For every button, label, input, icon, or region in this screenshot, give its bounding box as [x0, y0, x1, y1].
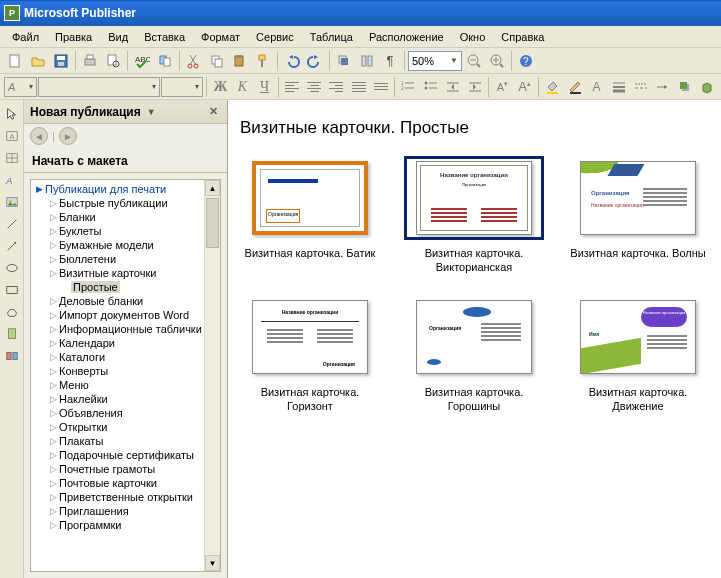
- fill-color-icon[interactable]: [542, 76, 563, 98]
- tree-item[interactable]: ▷Программки: [31, 518, 220, 532]
- arrow-tool-icon[interactable]: [2, 236, 22, 256]
- template-horizon[interactable]: Название организации Организация Визитна…: [240, 295, 380, 414]
- tree-item[interactable]: ▷Импорт документов Word: [31, 308, 220, 322]
- template-waves[interactable]: Организация Название организации Визитна…: [568, 156, 708, 275]
- decrease-font-icon[interactable]: A▾: [492, 76, 513, 98]
- tree-item[interactable]: ▷Календари: [31, 336, 220, 350]
- copy-icon[interactable]: [206, 50, 228, 72]
- redo-icon[interactable]: [304, 50, 326, 72]
- tree-item[interactable]: ▷Бюллетени: [31, 252, 220, 266]
- menu-edit[interactable]: Правка: [47, 29, 100, 45]
- picture-frame-tool-icon[interactable]: [2, 192, 22, 212]
- line-color-icon[interactable]: [564, 76, 585, 98]
- pointer-tool-icon[interactable]: [2, 104, 22, 124]
- tree-item[interactable]: ▷Почтовые карточки: [31, 476, 220, 490]
- tree-item[interactable]: ▷Подарочные сертификаты: [31, 448, 220, 462]
- distribute-icon[interactable]: [370, 76, 391, 98]
- tree-scrollbar[interactable]: ▲ ▼: [204, 180, 220, 571]
- template-batik[interactable]: Организация Визитная карточка. Батик: [240, 156, 380, 275]
- align-justify-icon[interactable]: [348, 76, 369, 98]
- cut-icon[interactable]: [183, 50, 205, 72]
- bring-front-icon[interactable]: [333, 50, 355, 72]
- insert-table-tool-icon[interactable]: [2, 148, 22, 168]
- line-tool-icon[interactable]: [2, 214, 22, 234]
- tree-item[interactable]: ▷Плакаты: [31, 434, 220, 448]
- print-preview-icon[interactable]: [102, 50, 124, 72]
- wordart-tool-icon[interactable]: A: [2, 170, 22, 190]
- scroll-thumb[interactable]: [206, 198, 219, 248]
- menu-arrange[interactable]: Расположение: [361, 29, 452, 45]
- menu-table[interactable]: Таблица: [302, 29, 361, 45]
- menu-window[interactable]: Окно: [452, 29, 494, 45]
- menu-insert[interactable]: Вставка: [136, 29, 193, 45]
- menu-help[interactable]: Справка: [493, 29, 552, 45]
- tree-item[interactable]: ▷Каталоги: [31, 350, 220, 364]
- print-icon[interactable]: [79, 50, 101, 72]
- numbering-icon[interactable]: 12: [398, 76, 419, 98]
- template-peas[interactable]: Организация Визитная карточка. Горошины: [404, 295, 544, 414]
- text-box-tool-icon[interactable]: A: [2, 126, 22, 146]
- task-pane-close-icon[interactable]: ✕: [206, 105, 221, 118]
- menu-tools[interactable]: Сервис: [248, 29, 302, 45]
- spell-icon[interactable]: ABC: [131, 50, 153, 72]
- tree-item[interactable]: ▷Бумажные модели: [31, 238, 220, 252]
- open-icon[interactable]: [27, 50, 49, 72]
- tree-item[interactable]: ▷Открытки: [31, 420, 220, 434]
- 3d-icon[interactable]: [696, 76, 717, 98]
- new-icon[interactable]: [4, 50, 26, 72]
- scroll-down-icon[interactable]: ▼: [205, 555, 220, 571]
- oval-tool-icon[interactable]: [2, 258, 22, 278]
- tree-item[interactable]: ▷Конверты: [31, 364, 220, 378]
- bold-icon[interactable]: Ж: [210, 76, 231, 98]
- tree-item[interactable]: ▷Приглашения: [31, 504, 220, 518]
- increase-indent-icon[interactable]: [464, 76, 485, 98]
- italic-icon[interactable]: К: [232, 76, 253, 98]
- zoom-out-icon[interactable]: [463, 50, 485, 72]
- bullets-icon[interactable]: [420, 76, 441, 98]
- arrow-style-icon[interactable]: [652, 76, 673, 98]
- task-pane-dropdown-icon[interactable]: ▼: [147, 107, 156, 117]
- menu-format[interactable]: Формат: [193, 29, 248, 45]
- dash-style-icon[interactable]: [630, 76, 651, 98]
- nav-forward-icon[interactable]: ►: [59, 127, 77, 145]
- tree-item[interactable]: ▷Бланки: [31, 210, 220, 224]
- tree-item[interactable]: ▷Деловые бланки: [31, 294, 220, 308]
- zoom-in-icon[interactable]: [486, 50, 508, 72]
- tree-root[interactable]: ▶Публикации для печати: [31, 182, 220, 196]
- autoshapes-tool-icon[interactable]: [2, 302, 22, 322]
- research-icon[interactable]: [154, 50, 176, 72]
- template-victorian[interactable]: Название организации Организация Визитна…: [404, 156, 544, 275]
- font-color-icon[interactable]: A: [586, 76, 607, 98]
- decrease-indent-icon[interactable]: [442, 76, 463, 98]
- align-left-icon[interactable]: [282, 76, 303, 98]
- template-motion[interactable]: Название организации Имя Визитная карточ…: [568, 295, 708, 414]
- line-style-icon[interactable]: [608, 76, 629, 98]
- paste-icon[interactable]: [229, 50, 251, 72]
- underline-icon[interactable]: Ч: [254, 76, 275, 98]
- tree-item[interactable]: ▷Наклейки: [31, 392, 220, 406]
- rectangle-tool-icon[interactable]: [2, 280, 22, 300]
- tree-item[interactable]: ▷Меню: [31, 378, 220, 392]
- menu-view[interactable]: Вид: [100, 29, 136, 45]
- scroll-up-icon[interactable]: ▲: [205, 180, 220, 196]
- shadow-icon[interactable]: [674, 76, 695, 98]
- tree-item[interactable]: ▷Визитные карточки: [31, 266, 220, 280]
- special-chars-icon[interactable]: ¶: [379, 50, 401, 72]
- tree-item[interactable]: ▷Почетные грамоты: [31, 462, 220, 476]
- design-gallery-tool-icon[interactable]: [2, 346, 22, 366]
- tree-item[interactable]: ▷Приветственные открытки: [31, 490, 220, 504]
- tree-item[interactable]: ▷Информационные таблички: [31, 322, 220, 336]
- font-size-combo[interactable]: ▾: [161, 77, 203, 97]
- align-center-icon[interactable]: [304, 76, 325, 98]
- increase-font-icon[interactable]: A▴: [514, 76, 535, 98]
- save-icon[interactable]: [50, 50, 72, 72]
- tree-item[interactable]: ▷Быстрые публикации: [31, 196, 220, 210]
- tree-item[interactable]: ▷Объявления: [31, 406, 220, 420]
- zoom-combo[interactable]: 50%▼: [408, 51, 462, 71]
- tree-item-selected[interactable]: Простые: [31, 280, 220, 294]
- nav-back-icon[interactable]: ◄: [30, 127, 48, 145]
- columns-icon[interactable]: [356, 50, 378, 72]
- format-painter-icon[interactable]: [252, 50, 274, 72]
- align-right-icon[interactable]: [326, 76, 347, 98]
- font-combo[interactable]: ▾: [38, 77, 160, 97]
